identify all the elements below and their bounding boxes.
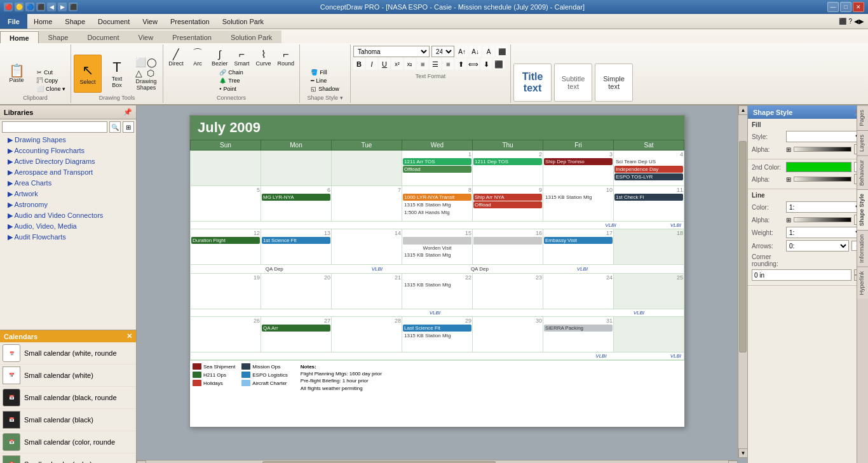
lib-item-audio-video-connectors[interactable]: ▶ Audio and Video Connectors bbox=[0, 210, 136, 221]
canvas-vscrollbar[interactable]: ▲ ▼ bbox=[738, 105, 747, 458]
tab-presentation[interactable]: Presentation bbox=[163, 30, 221, 43]
lib-item-audit-flowcharts[interactable]: ▶ Audit Flowcharts bbox=[0, 232, 136, 243]
line-weight-select[interactable]: 1: bbox=[786, 227, 864, 238]
far-tab-pages[interactable]: Pages bbox=[857, 105, 868, 130]
tree-btn[interactable]: 🌲 Tree bbox=[217, 77, 246, 84]
tab-view[interactable]: View bbox=[129, 30, 163, 43]
win-close-btn[interactable]: ✕ bbox=[853, 2, 864, 12]
arc-btn[interactable]: ⌒ Arc bbox=[187, 46, 208, 68]
font-size-select[interactable]: 24 bbox=[431, 46, 454, 57]
far-tab-layers[interactable]: Layers bbox=[857, 130, 868, 156]
align-top-btn[interactable]: ⬆ bbox=[455, 58, 466, 70]
tab-solution-park[interactable]: Solution Park bbox=[221, 30, 281, 43]
curve-btn[interactable]: ⌇ Curve bbox=[254, 47, 274, 68]
shadow-btn[interactable]: ◱ Shadow bbox=[308, 85, 342, 93]
lib-item-astronomy[interactable]: ▶ Astronomy bbox=[0, 199, 136, 210]
far-tab-information[interactable]: Information bbox=[857, 230, 868, 267]
lib-search-input[interactable] bbox=[2, 121, 107, 133]
tab-shape[interactable]: Shape bbox=[39, 30, 78, 43]
text-box-btn[interactable]: T TextBox bbox=[103, 55, 131, 93]
calendars-close-btn[interactable]: ✕ bbox=[126, 332, 132, 340]
smart-btn[interactable]: ⌐ Smart bbox=[232, 48, 252, 68]
far-tab-hyperlink[interactable]: Hyperlink bbox=[857, 267, 868, 299]
win-minimize-btn[interactable]: — bbox=[827, 2, 839, 12]
cut-btn[interactable]: ✂ Cut bbox=[34, 69, 68, 76]
menu-shape[interactable]: Shape bbox=[58, 14, 92, 29]
second-color-swatch[interactable] bbox=[786, 162, 851, 172]
scroll-left-btn[interactable]: ◀ bbox=[137, 460, 146, 464]
fill-alpha-slider[interactable] bbox=[794, 147, 851, 152]
far-tab-behaviour[interactable]: Behaviour bbox=[857, 156, 868, 190]
tab-document[interactable]: Document bbox=[78, 30, 128, 43]
lib-item-area-charts[interactable]: ▶ Area Charts bbox=[0, 178, 136, 189]
superscript-btn[interactable]: x² bbox=[391, 58, 403, 70]
bezier-btn[interactable]: ∫ Bezier bbox=[209, 48, 231, 68]
cal-item-small-black-rounded[interactable]: 📅 Small calendar (black, rounde bbox=[0, 387, 136, 409]
fill-btn[interactable]: 🪣 Fill bbox=[308, 69, 342, 76]
lib-item-drawing-shapes[interactable]: ▶ Drawing Shapes bbox=[0, 135, 136, 145]
font-select[interactable]: Tahoma bbox=[353, 46, 430, 57]
cal-item-small-color[interactable]: 📅 Small calendar (color) bbox=[0, 453, 136, 463]
bold-btn[interactable]: B bbox=[353, 58, 365, 70]
lib-item-active-directory[interactable]: ▶ Active Directory Diagrams bbox=[0, 156, 136, 167]
align-middle-btn[interactable]: ⟺ bbox=[468, 58, 479, 70]
menu-home[interactable]: Home bbox=[27, 14, 58, 29]
menu-view[interactable]: View bbox=[136, 14, 164, 29]
font-shrink-btn[interactable]: A↓ bbox=[470, 46, 481, 57]
menu-presentation[interactable]: Presentation bbox=[164, 14, 216, 29]
simple-style-btn[interactable]: Simple text bbox=[595, 64, 633, 102]
canvas-hscrollbar[interactable]: ◀ ▶ bbox=[137, 460, 738, 463]
second-alpha-slider[interactable] bbox=[794, 177, 851, 182]
scroll-up-btn[interactable]: ▲ bbox=[738, 105, 747, 115]
clone-btn[interactable]: ⬜ Clone ▾ bbox=[34, 85, 68, 93]
select-btn[interactable]: ↖ Select bbox=[74, 55, 102, 93]
far-tab-shape-style[interactable]: Shape Style bbox=[857, 189, 868, 230]
line-alpha-slider[interactable] bbox=[794, 217, 851, 222]
cal-item-small-white-rounded[interactable]: 📅 Small calendar (white, rounde bbox=[0, 342, 136, 365]
scroll-right-btn[interactable]: ▶ bbox=[728, 460, 738, 464]
win-restore-btn[interactable]: □ bbox=[840, 2, 851, 12]
line-btn[interactable]: ━ Line bbox=[308, 77, 342, 84]
underline-btn[interactable]: U bbox=[379, 58, 390, 70]
canvas-scroll[interactable]: July 2009 Sun Mon Tue Wed Thu Fri bbox=[137, 105, 738, 460]
lib-search-btn[interactable]: 🔍 bbox=[109, 121, 121, 133]
align-center-btn[interactable]: ☰ bbox=[430, 58, 441, 70]
arrows-select[interactable]: 0: bbox=[786, 240, 849, 252]
ribbon-collapse-btn[interactable]: ⬛ bbox=[839, 18, 846, 25]
align-left-btn[interactable]: ≡ bbox=[417, 58, 428, 70]
copy-btn[interactable]: ⿸ Copy bbox=[34, 77, 68, 84]
direct-btn[interactable]: ╱ Direct bbox=[166, 47, 186, 68]
menu-file[interactable]: File bbox=[0, 14, 27, 29]
help-btn[interactable]: ? bbox=[848, 18, 852, 25]
align-right-btn[interactable]: ≡ bbox=[442, 58, 454, 70]
subscript-btn[interactable]: x₂ bbox=[404, 58, 416, 70]
font-color-btn[interactable]: A bbox=[483, 46, 494, 57]
fill-style-select[interactable] bbox=[786, 131, 864, 142]
expand-format-btn[interactable]: ⬛ bbox=[496, 46, 508, 57]
italic-btn[interactable]: I bbox=[366, 58, 377, 70]
help-btn2[interactable]: ◀▶ bbox=[854, 18, 864, 25]
round-btn[interactable]: ⌐ Round bbox=[275, 48, 297, 68]
scroll-thumb-v[interactable] bbox=[739, 141, 747, 352]
lib-item-artwork[interactable]: ▶ Artwork bbox=[0, 189, 136, 199]
point-btn[interactable]: • Point bbox=[217, 85, 246, 93]
lib-view-btn[interactable]: ⊞ bbox=[123, 121, 134, 133]
title-style-btn[interactable]: Title text bbox=[513, 64, 552, 102]
cal-item-small-black[interactable]: 📅 Small calendar (black) bbox=[0, 409, 136, 431]
line-color-select[interactable]: 1: bbox=[786, 201, 864, 213]
libraries-pin-btn[interactable]: 📌 bbox=[123, 108, 132, 116]
calendars-header[interactable]: Calendars ✕ bbox=[0, 330, 136, 342]
lib-item-aerospace[interactable]: ▶ Aerospace and Transport bbox=[0, 167, 136, 178]
menu-solution-park[interactable]: Solution Park bbox=[216, 14, 270, 29]
subtitle-style-btn[interactable]: Subtitle text bbox=[554, 64, 592, 102]
align-bottom-btn[interactable]: ⬇ bbox=[480, 58, 492, 70]
corner-rounding-input[interactable] bbox=[752, 269, 851, 281]
menu-document[interactable]: Document bbox=[92, 14, 136, 29]
paste-btn[interactable]: 📋 Paste bbox=[3, 55, 31, 93]
drawing-shapes-btn[interactable]: ⬜◯△⬡ DrawingShapes bbox=[132, 55, 160, 93]
scroll-down-btn[interactable]: ▼ bbox=[738, 448, 747, 458]
text-format-expand-btn[interactable]: ⬛ bbox=[493, 58, 505, 70]
cal-item-small-white[interactable]: 📅 Small calendar (white) bbox=[0, 365, 136, 387]
lib-item-audio-video-media[interactable]: ▶ Audio, Video, Media bbox=[0, 221, 136, 232]
font-grow-btn[interactable]: A↑ bbox=[456, 46, 468, 57]
